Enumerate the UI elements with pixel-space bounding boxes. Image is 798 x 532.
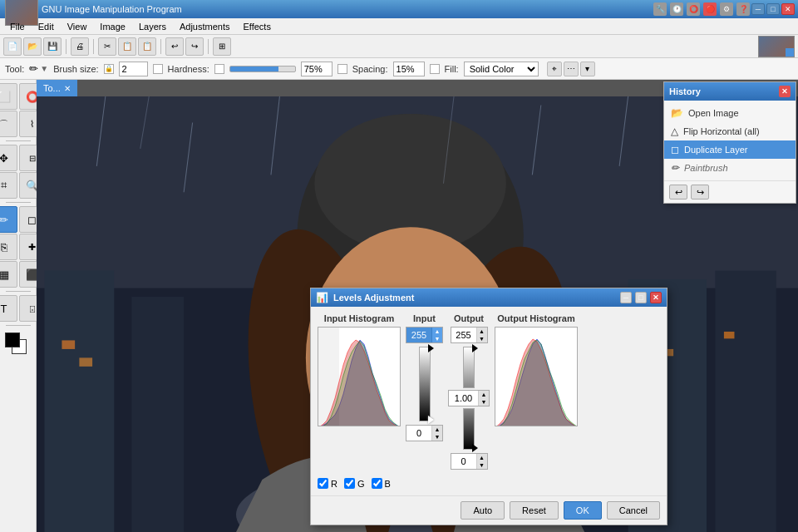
fill-label: Fill: — [445, 64, 459, 74]
history-close-button[interactable]: ✕ — [779, 86, 791, 97]
toolbar-new[interactable]: 📄 — [3, 37, 22, 56]
document-tab[interactable]: To... ✕ — [37, 80, 77, 96]
output-high-up[interactable]: ▲ — [477, 328, 487, 335]
menu-adjustments[interactable]: Adjustments — [173, 20, 237, 33]
spacing-unit — [430, 64, 440, 74]
output-high-field[interactable]: 255 ▲ ▼ — [451, 327, 488, 343]
menu-image[interactable]: Image — [93, 20, 132, 33]
canvas-area: To... ✕ — [37, 80, 798, 532]
window-minimize-button[interactable]: ─ — [751, 3, 765, 15]
output-low-down[interactable]: ▼ — [477, 461, 487, 469]
tool-crop[interactable]: ⌗ — [0, 172, 17, 199]
toolbar-cut[interactable]: ✂ — [98, 37, 116, 56]
tool-text[interactable]: T — [0, 295, 17, 322]
fill-select[interactable]: Solid Color — [464, 62, 539, 76]
menu-view[interactable]: View — [61, 20, 94, 33]
tool-rectangle-select[interactable]: ⬜ — [0, 83, 17, 110]
menu-layers[interactable]: Layers — [132, 20, 173, 33]
history-undo-button[interactable]: ↩ — [669, 185, 687, 200]
channel-r-input[interactable] — [318, 478, 328, 489]
toolbar-sep-4 — [208, 39, 209, 54]
app-title: GNU Image Manipulation Program — [42, 4, 182, 14]
history-item-flip[interactable]: △ Flip Horizontal (all) — [664, 122, 796, 140]
input-high-up[interactable]: ▲ — [432, 328, 442, 335]
levels-title-left: 📊 Levels Adjustment — [316, 292, 414, 303]
channel-g-input[interactable] — [344, 478, 355, 489]
channel-r-checkbox[interactable]: R — [318, 478, 337, 489]
tool-gradient[interactable]: ▦ — [0, 261, 17, 288]
toolbar-paste[interactable]: 📋 — [138, 37, 156, 56]
input-bottom-arrow[interactable] — [428, 416, 434, 424]
levels-maximize-button[interactable]: □ — [635, 292, 647, 303]
brushsize-input[interactable] — [119, 62, 148, 76]
svg-rect-3 — [131, 297, 184, 532]
input-controls-section: Input 255 ▲ ▼ — [406, 313, 443, 441]
input-low-up[interactable]: ▲ — [432, 426, 442, 433]
midtone-field[interactable]: 1.00 ▲ ▼ — [448, 390, 490, 406]
color-swatches — [5, 332, 32, 357]
levels-minimize-button[interactable]: ─ — [620, 292, 632, 303]
output-histogram-svg — [495, 328, 578, 426]
tool-label: Tool: — [5, 64, 24, 74]
spacing-label: Spacing: — [352, 64, 388, 74]
option-btn-3[interactable]: ▾ — [580, 62, 595, 76]
output-high-down[interactable]: ▼ — [477, 335, 487, 342]
toolbar-grid[interactable]: ⊞ — [213, 37, 231, 56]
input-high-down[interactable]: ▼ — [432, 335, 442, 342]
history-item-paintbrush[interactable]: ✏ Paintbrush — [664, 159, 796, 177]
menu-edit[interactable]: Edit — [32, 20, 61, 33]
tool-lasso[interactable]: ⌒ — [0, 111, 17, 137]
midtone-up[interactable]: ▲ — [479, 391, 489, 398]
input-high-spinners: ▲ ▼ — [431, 328, 442, 342]
tool-clone[interactable]: ⎘ — [0, 234, 17, 260]
channel-b-input[interactable] — [372, 478, 382, 489]
history-item-label-2: Duplicate Layer — [684, 145, 747, 155]
tool-paintbrush[interactable]: ✏ — [0, 206, 17, 233]
menu-file[interactable]: File — [3, 20, 32, 33]
levels-close-button[interactable]: ✕ — [650, 292, 662, 303]
levels-cancel-button[interactable]: Cancel — [607, 501, 660, 520]
input-high-field[interactable]: 255 ▲ ▼ — [406, 327, 443, 343]
levels-auto-button[interactable]: Auto — [461, 501, 505, 520]
output-low-up[interactable]: ▲ — [477, 454, 487, 461]
toolbar-redo[interactable]: ↪ — [185, 37, 204, 56]
option-btn-1[interactable]: ⌖ — [547, 62, 562, 76]
toolbar-open[interactable]: 📂 — [23, 37, 42, 56]
toolbar-save[interactable]: 💾 — [43, 37, 62, 56]
output-bottom-arrow[interactable] — [472, 444, 478, 452]
channel-g-checkbox[interactable]: G — [344, 478, 365, 489]
midtone-down[interactable]: ▼ — [479, 398, 489, 406]
toolbar-print[interactable]: 🖨 — [71, 37, 89, 56]
output-low-field[interactable]: 0 ▲ ▼ — [451, 453, 488, 470]
levels-ok-button[interactable]: OK — [564, 501, 602, 520]
window-maximize-button[interactable]: □ — [766, 3, 780, 15]
output-gradient-top-slider — [461, 347, 477, 388]
output-top-arrow[interactable] — [472, 344, 478, 352]
channel-b-checkbox[interactable]: B — [372, 478, 391, 489]
tool-selector[interactable]: ✏ ▼ — [29, 62, 48, 75]
doc-tab-close[interactable]: ✕ — [64, 84, 71, 93]
input-low-down[interactable]: ▼ — [432, 433, 442, 441]
midtone-spinners: ▲ ▼ — [478, 391, 489, 406]
toolbar-sep-3 — [160, 39, 161, 54]
foreground-color-swatch[interactable] — [5, 332, 20, 347]
history-item-open-image[interactable]: 📂 Open Image — [664, 104, 796, 122]
input-top-arrow[interactable] — [428, 344, 434, 352]
spacing-input[interactable] — [393, 62, 425, 76]
toolbar-copy[interactable]: 📋 — [118, 37, 136, 56]
tool-move[interactable]: ✥ — [0, 145, 17, 171]
levels-title-buttons: ─ □ ✕ — [620, 292, 662, 303]
option-btn-2[interactable]: ⋯ — [564, 62, 579, 76]
toolbar-undo[interactable]: ↩ — [165, 37, 184, 56]
hardness-slider[interactable] — [229, 66, 296, 72]
window-close-button[interactable]: ✕ — [781, 3, 795, 15]
history-redo-button[interactable]: ↪ — [691, 185, 709, 200]
history-item-duplicate-layer[interactable]: ◻ Duplicate Layer — [664, 140, 796, 159]
input-low-field[interactable]: 0 ▲ ▼ — [406, 425, 443, 441]
history-footer: ↩ ↪ — [664, 180, 796, 203]
brushsize-lock[interactable]: 🔒 — [104, 64, 114, 74]
hardness-lock[interactable] — [214, 64, 224, 74]
hardness-input[interactable] — [301, 62, 332, 76]
menu-effects[interactable]: Effects — [237, 20, 278, 33]
levels-reset-button[interactable]: Reset — [510, 501, 559, 520]
